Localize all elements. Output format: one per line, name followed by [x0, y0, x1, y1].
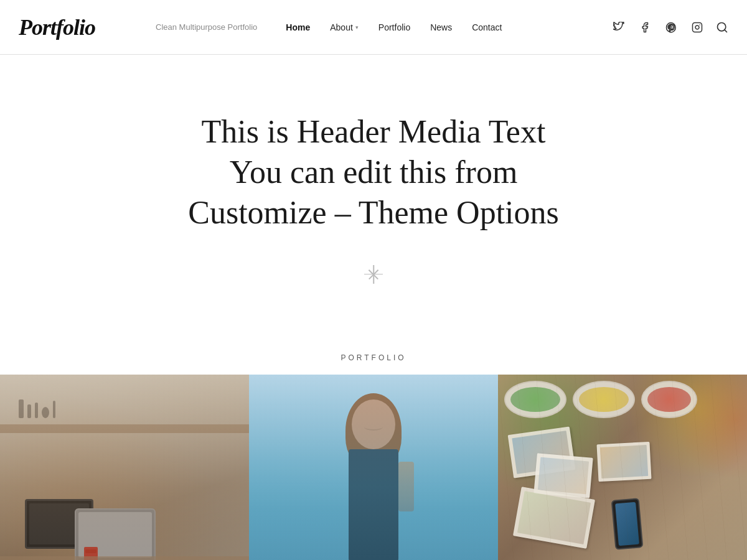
shelf-items-decoration	[19, 399, 55, 418]
facebook-icon[interactable]	[637, 20, 652, 35]
site-logo[interactable]: Portfolio	[19, 15, 95, 40]
hero-title: This is Header Media Text You can edit t…	[188, 111, 559, 233]
svg-line-3	[725, 29, 727, 32]
site-header: Portfolio Clean Multipurpose Portfolio H…	[0, 0, 747, 55]
portfolio-section: PORTFOLIO	[0, 329, 747, 560]
bowl1-decoration	[504, 381, 566, 418]
logo-area: Portfolio	[19, 14, 156, 40]
svg-rect-0	[693, 22, 702, 32]
portfolio-item-woman[interactable]	[249, 375, 498, 560]
about-chevron-icon: ▾	[355, 24, 359, 30]
bowl2-decoration	[573, 381, 635, 418]
nav-contact[interactable]: Contact	[462, 0, 512, 55]
photo3-decoration	[596, 442, 651, 482]
decorative-cross-icon	[363, 264, 384, 285]
nav-home[interactable]: Home	[276, 0, 320, 55]
woman-body-decoration	[349, 449, 398, 560]
desk-surface-decoration	[0, 556, 249, 560]
portfolio-section-label: PORTFOLIO	[0, 353, 747, 362]
twitter-icon[interactable]	[611, 20, 626, 35]
portfolio-item-flatlay[interactable]	[498, 375, 747, 560]
header-center: Clean Multipurpose Portfolio Home About …	[156, 0, 611, 55]
nav-news[interactable]: News	[420, 0, 462, 55]
nav-portfolio[interactable]: Portfolio	[369, 0, 420, 55]
pinterest-icon[interactable]	[664, 20, 679, 35]
header-right	[611, 20, 728, 35]
site-tagline: Clean Multipurpose Portfolio	[156, 22, 257, 32]
nav-about[interactable]: About ▾	[320, 0, 369, 55]
portfolio-grid	[0, 375, 747, 560]
hero-divider	[363, 264, 384, 285]
main-nav: Home About ▾ Portfolio News Contact	[276, 0, 512, 55]
search-button[interactable]	[716, 21, 728, 34]
bowl3-decoration	[641, 381, 697, 418]
woman-silhouette-decoration	[317, 399, 430, 560]
hero-section: This is Header Media Text You can edit t…	[0, 55, 747, 329]
instagram-icon[interactable]	[690, 20, 705, 35]
portfolio-item-desk[interactable]	[0, 375, 249, 560]
woman-head-decoration	[352, 399, 395, 449]
shelf-decoration	[0, 424, 249, 433]
phone-decoration	[611, 498, 644, 550]
